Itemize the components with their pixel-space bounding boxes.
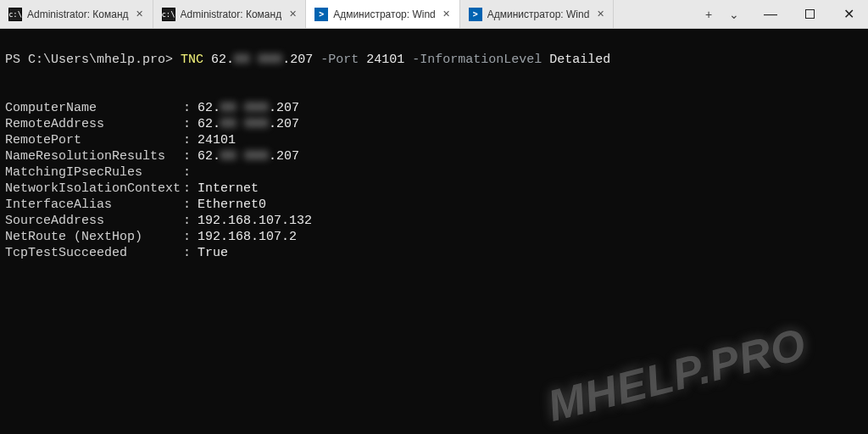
result-value: 24101 bbox=[198, 132, 236, 148]
result-value: Internet bbox=[198, 181, 259, 197]
ps-prompt: PS C:\Users\mhelp.pro> TNC 62.00 000.207… bbox=[5, 53, 610, 67]
tab-strip: c:\Administrator: Команд✕c:\Administrato… bbox=[0, 0, 692, 28]
result-value: 192.168.107.2 bbox=[198, 229, 297, 245]
terminal-output[interactable]: PS C:\Users\mhelp.pro> TNC 62.00 000.207… bbox=[0, 29, 868, 434]
watermark: MHELP.PRO bbox=[547, 336, 807, 415]
result-row: SourceAddress:192.168.107.132 bbox=[5, 213, 863, 229]
tab-label: Administrator: Команд bbox=[181, 8, 282, 20]
tab-3[interactable]: >Администратор: Wind✕ bbox=[460, 0, 615, 28]
result-key: RemoteAddress bbox=[5, 116, 183, 132]
result-value: 62.00 000.207 bbox=[198, 148, 299, 164]
result-row: InterfaceAlias:Ethernet0 bbox=[5, 197, 863, 213]
result-key: NetRoute (NextHop) bbox=[5, 229, 183, 245]
result-key: TcpTestSucceeded bbox=[5, 245, 183, 261]
result-value: 62.00 000.207 bbox=[198, 100, 299, 116]
result-key: RemotePort bbox=[5, 132, 183, 148]
result-row: NetRoute (NextHop):192.168.107.2 bbox=[5, 229, 863, 245]
result-key: ComputerName bbox=[5, 100, 183, 116]
result-key: MatchingIPsecRules bbox=[5, 164, 183, 181]
cmd-icon: c:\ bbox=[8, 8, 22, 21]
maximize-button[interactable] bbox=[790, 0, 829, 28]
result-row: TcpTestSucceeded:True bbox=[5, 245, 863, 261]
powershell-icon: > bbox=[314, 8, 328, 21]
cmd-icon: c:\ bbox=[162, 8, 175, 21]
svg-rect-0 bbox=[805, 10, 814, 19]
close-tab-icon[interactable]: ✕ bbox=[287, 8, 298, 20]
result-key: NetworkIsolationContext bbox=[5, 181, 183, 197]
powershell-icon: > bbox=[469, 8, 482, 21]
tab-2[interactable]: >Администратор: Wind✕ bbox=[306, 0, 460, 28]
result-key: InterfaceAlias bbox=[5, 197, 183, 213]
result-key: SourceAddress bbox=[5, 213, 183, 229]
new-tab-button[interactable]: + bbox=[697, 3, 721, 26]
close-tab-icon[interactable]: ✕ bbox=[594, 8, 606, 20]
result-value: 62.00 000.207 bbox=[198, 116, 299, 132]
result-row: RemotePort:24101 bbox=[5, 132, 863, 148]
tab-label: Администратор: Wind bbox=[333, 8, 436, 20]
tab-label: Администратор: Wind bbox=[487, 8, 590, 20]
tab-label: Administrator: Команд bbox=[27, 8, 129, 20]
result-row: MatchingIPsecRules: bbox=[5, 164, 863, 181]
result-key: NameResolutionResults bbox=[5, 148, 183, 164]
result-row: NameResolutionResults:62.00 000.207 bbox=[5, 148, 863, 164]
tab-0[interactable]: c:\Administrator: Команд✕ bbox=[0, 0, 153, 28]
tab-dropdown-button[interactable]: ⌄ bbox=[722, 3, 746, 26]
close-tab-icon[interactable]: ✕ bbox=[441, 8, 453, 20]
tab-1[interactable]: c:\Administrator: Команд✕ bbox=[153, 0, 307, 28]
result-row: ComputerName:62.00 000.207 bbox=[5, 100, 863, 116]
minimize-button[interactable]: — bbox=[751, 0, 790, 28]
window-controls: — ✕ bbox=[751, 0, 868, 28]
result-value: 192.168.107.132 bbox=[198, 213, 312, 229]
title-bar: c:\Administrator: Команд✕c:\Administrato… bbox=[0, 0, 868, 29]
result-value: Ethernet0 bbox=[198, 197, 266, 213]
tab-controls: + ⌄ bbox=[692, 0, 751, 28]
result-value: True bbox=[198, 245, 228, 261]
close-tab-icon[interactable]: ✕ bbox=[134, 8, 146, 20]
close-window-button[interactable]: ✕ bbox=[829, 0, 868, 28]
result-row: RemoteAddress:62.00 000.207 bbox=[5, 116, 863, 132]
result-row: NetworkIsolationContext:Internet bbox=[5, 181, 863, 197]
